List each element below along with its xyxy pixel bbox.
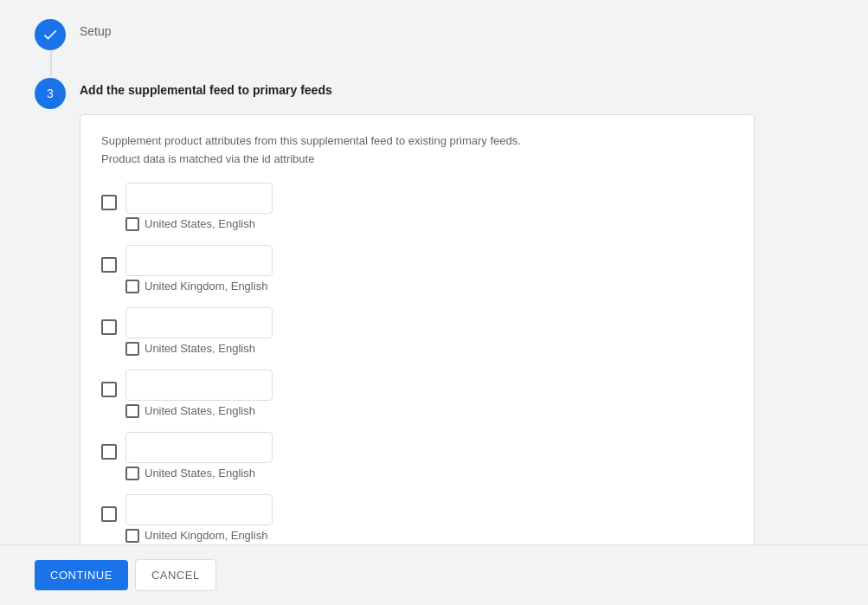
feed-name-input-4[interactable]: [125, 370, 273, 401]
feed-locale-row-6: United Kingdom, English: [125, 529, 273, 543]
stepper: Setup 3 Add the supplemental feed to pri…: [35, 17, 833, 544]
locale-label-3: United States, English: [145, 342, 255, 355]
feed-name-input-6[interactable]: [125, 494, 273, 525]
feed-row-content-4: United States, English: [125, 370, 273, 418]
feed-row: United States, English: [101, 183, 733, 231]
description-line2: Product data is matched via the id attri…: [101, 152, 314, 165]
feed-row-checkbox-3[interactable]: [101, 319, 117, 335]
step-1-icon: [35, 19, 66, 50]
feed-locale-row-4: United States, English: [125, 404, 273, 418]
cancel-button[interactable]: CANCEL: [135, 559, 216, 591]
feed-name-input-2[interactable]: [125, 245, 273, 276]
feed-locale-row-1: United States, English: [125, 217, 273, 231]
feed-row-content-2: United Kingdom, English: [125, 245, 273, 293]
feed-row: United States, English: [101, 432, 733, 480]
feed-locale-row-2: United Kingdom, English: [125, 280, 273, 293]
feed-row: United States, English: [101, 307, 733, 356]
locale-label-1: United States, English: [145, 217, 255, 230]
description-line1: Supplement product attributes from this …: [101, 134, 521, 147]
locale-label-4: United States, English: [145, 404, 255, 417]
feed-row-content-3: United States, English: [125, 307, 273, 356]
feed-row-checkbox-5[interactable]: [101, 444, 117, 460]
step-3-icon: 3: [35, 78, 66, 109]
feeds-panel: Supplement product attributes from this …: [80, 114, 755, 544]
feed-name-input-1[interactable]: [125, 183, 273, 214]
locale-label-5: United States, English: [145, 467, 255, 479]
page-container: Setup 3 Add the supplemental feed to pri…: [0, 0, 868, 605]
feed-row: United Kingdom, English: [101, 494, 733, 543]
step-setup: Setup: [35, 17, 833, 50]
feed-row-checkbox-2[interactable]: [101, 257, 117, 273]
locale-label-6: United Kingdom, English: [145, 529, 267, 542]
panel-description: Supplement product attributes from this …: [101, 132, 733, 169]
feed-row: United Kingdom, English: [101, 245, 733, 293]
locale-checkbox-1[interactable]: [125, 217, 139, 231]
feed-row: United States, English: [101, 370, 733, 418]
step-add-feeds: 3 Add the supplemental feed to primary f…: [35, 76, 833, 544]
step-connector-1: [50, 50, 52, 76]
step-3-label: Add the supplemental feed to primary fee…: [80, 76, 833, 97]
feed-row-checkbox-6[interactable]: [101, 506, 117, 522]
feeds-list: United States, English United Kingdom, E…: [101, 183, 733, 543]
feed-row-content-6: United Kingdom, English: [125, 494, 273, 543]
locale-label-2: United Kingdom, English: [145, 280, 267, 293]
feed-locale-row-3: United States, English: [125, 342, 273, 356]
continue-button[interactable]: CONTINUE: [35, 560, 128, 590]
feed-name-input-3[interactable]: [125, 307, 273, 338]
locale-checkbox-4[interactable]: [125, 404, 139, 418]
locale-checkbox-5[interactable]: [125, 467, 139, 480]
locale-checkbox-2[interactable]: [125, 280, 139, 293]
feed-name-input-5[interactable]: [125, 432, 273, 463]
locale-checkbox-3[interactable]: [125, 342, 139, 356]
feed-row-checkbox-1[interactable]: [101, 195, 117, 210]
step-1-label: Setup: [80, 17, 112, 38]
content-area: Setup 3 Add the supplemental feed to pri…: [0, 0, 868, 544]
feed-row-content-1: United States, English: [125, 183, 273, 231]
footer: CONTINUE CANCEL: [0, 544, 868, 605]
locale-checkbox-6[interactable]: [125, 529, 139, 543]
feed-locale-row-5: United States, English: [125, 467, 273, 480]
feed-row-content-5: United States, English: [125, 432, 273, 480]
feed-row-checkbox-4[interactable]: [101, 382, 117, 397]
